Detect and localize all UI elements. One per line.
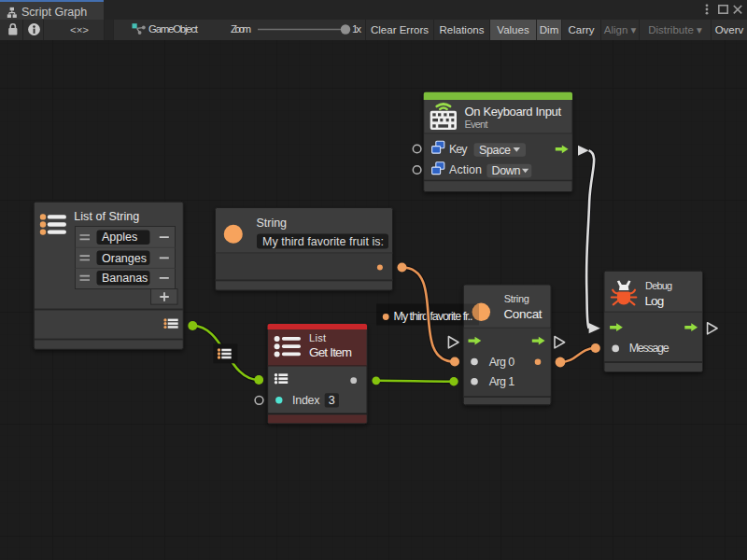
svg-text:Oranges: Oranges: [102, 252, 147, 265]
svg-text:Action: Action: [449, 163, 482, 176]
svg-text:Log: Log: [645, 294, 665, 308]
svg-text:Key: Key: [449, 143, 468, 156]
svg-text:Arg 1: Arg 1: [489, 375, 515, 388]
svg-text:Get Item: Get Item: [309, 345, 352, 359]
svg-text:Apples: Apples: [102, 231, 137, 244]
svg-text:Down: Down: [492, 164, 521, 177]
svg-text:My third favorite fruit is:: My third favorite fruit is:: [262, 235, 384, 248]
svg-text:Bananas: Bananas: [102, 272, 148, 285]
svg-text:Event: Event: [465, 119, 488, 130]
svg-text:String: String: [257, 217, 288, 230]
svg-text:List of String: List of String: [74, 210, 139, 223]
svg-text:Message: Message: [629, 342, 669, 355]
svg-text:On Keyboard Input: On Keyboard Input: [465, 105, 562, 119]
svg-text:My third favorite fr..: My third favorite fr..: [394, 310, 473, 323]
svg-text:Index: Index: [292, 394, 320, 407]
svg-text:Space: Space: [479, 144, 511, 157]
svg-text:Debug: Debug: [645, 280, 672, 291]
svg-text:String: String: [504, 293, 529, 304]
svg-text:3: 3: [329, 394, 335, 407]
svg-text:Concat: Concat: [503, 307, 542, 321]
svg-text:Arg 0: Arg 0: [489, 356, 515, 369]
svg-text:List: List: [309, 332, 326, 343]
